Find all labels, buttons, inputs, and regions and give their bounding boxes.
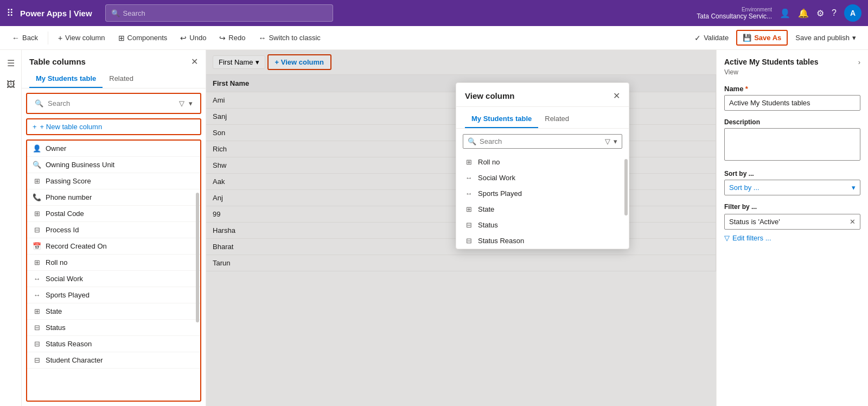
toggle-icon: ↔ [464, 189, 474, 198]
switch-classic-button[interactable]: ↔ Switch to classic [253, 31, 326, 45]
grid-icon: ⊞ [33, 177, 41, 185]
grid-icon: ⊞ [118, 34, 125, 42]
column-roll-no[interactable]: ⊞ Roll no [27, 255, 200, 271]
top-search-input[interactable] [123, 9, 308, 17]
help-icon[interactable]: ? [832, 8, 837, 18]
switch-icon: ↔ [258, 34, 266, 42]
filter-icon[interactable]: ▽ [605, 137, 610, 145]
modal-close-icon[interactable]: ✕ [613, 91, 620, 101]
search-icon: 🔍 [468, 137, 476, 145]
right-panel-title: Active My Students tables [724, 58, 819, 66]
column-process-id[interactable]: ⊟ Process Id [27, 222, 200, 238]
avatar[interactable]: A [844, 4, 861, 22]
modal-item-status[interactable]: ⊟ Status [456, 217, 629, 233]
redo-button[interactable]: ↪ Redo [214, 31, 251, 45]
close-panel-icon[interactable]: ✕ [191, 56, 198, 67]
main-content: First Name ▾ + View column First Name Am… [206, 50, 716, 406]
column-owning-bu[interactable]: 🔍 Owning Business Unit [27, 157, 200, 173]
environment-block: Environment Tata Consultancy Servic... [697, 7, 772, 20]
column-status[interactable]: ⊟ Status [27, 320, 200, 336]
column-search-input[interactable] [48, 99, 175, 107]
top-nav-right: Environment Tata Consultancy Servic... 👤… [697, 4, 861, 22]
back-button[interactable]: ← Back [7, 31, 43, 45]
filter-icon[interactable]: ▽ [179, 99, 184, 107]
left-icon-bar: ☰ 🖼 [0, 50, 22, 406]
modal-item-statusreason[interactable]: ⊟ Status Reason [456, 233, 629, 249]
modal-overlay: View column ✕ My Students table Related … [206, 50, 716, 406]
back-icon: ← [12, 34, 20, 42]
description-label: Description [724, 118, 860, 126]
add-icon: + [33, 123, 37, 131]
modal-tab-mystudents[interactable]: My Students table [465, 111, 538, 128]
add-icon: + [58, 34, 62, 42]
sort-dropdown[interactable]: Sort by ... ▾ [724, 180, 860, 195]
grid-icon: ⊞ [33, 258, 41, 267]
filter-chip: Status is 'Active' ✕ [724, 214, 860, 230]
description-textarea[interactable] [724, 128, 860, 161]
chevron-down-icon: ▾ [852, 34, 856, 42]
image-icon[interactable]: 🖼 [2, 76, 20, 93]
undo-button[interactable]: ↩ Undo [175, 31, 212, 45]
modal-search-box[interactable]: 🔍 ▽ ▾ [463, 134, 622, 149]
bell-icon[interactable]: 🔔 [798, 8, 809, 18]
modal-search-input[interactable] [480, 137, 602, 145]
right-panel: Active My Students tables › View Name * … [716, 50, 868, 406]
brand-title: Power Apps | View [20, 9, 92, 18]
columns-list: 👤 Owner 🔍 Owning Business Unit ⊞ Passing… [26, 139, 201, 402]
redo-icon: ↪ [219, 34, 226, 42]
edit-filters-link[interactable]: ▽ Edit filters ... [724, 234, 860, 242]
column-sports-played[interactable]: ↔ Sports Played [27, 287, 200, 303]
person-icon: 👤 [33, 144, 41, 153]
column-search-box[interactable]: 🔍 ▽ ▾ [26, 93, 201, 114]
box-icon: ⊟ [33, 323, 41, 332]
apps-icon[interactable]: ⠿ [7, 7, 14, 19]
tab-my-students[interactable]: My Students table [29, 71, 103, 88]
filter-label: Filter by ... [724, 203, 860, 211]
column-owner[interactable]: 👤 Owner [27, 141, 200, 157]
top-search-bar[interactable]: 🔍 [105, 4, 333, 22]
top-nav: ⠿ Power Apps | View 🔍 Environment Tata C… [0, 0, 868, 26]
modal-item-sportsplayed[interactable]: ↔ Sports Played [456, 186, 629, 201]
column-record-created[interactable]: 📅 Record Created On [27, 238, 200, 255]
grid-icon: ⊞ [33, 210, 41, 218]
box-icon: ⊟ [464, 237, 474, 245]
grid-icon: ⊞ [464, 205, 474, 213]
new-table-column-button[interactable]: + + New table column [26, 118, 201, 135]
chevron-down-icon[interactable]: ▾ [189, 99, 193, 107]
column-student-char[interactable]: ⊟ Student Character [27, 352, 200, 369]
modal-item-rollno[interactable]: ⊞ Roll no [456, 154, 629, 170]
chevron-down-icon[interactable]: ▾ [614, 137, 617, 145]
tab-related[interactable]: Related [103, 71, 140, 88]
column-social-work[interactable]: ↔ Social Work [27, 271, 200, 287]
modal-list: ⊞ Roll no ↔ Social Work ↔ Sports Played … [456, 154, 629, 249]
modal-item-state[interactable]: ⊞ State [456, 201, 629, 217]
column-postal[interactable]: ⊞ Postal Code [27, 206, 200, 222]
filter-close-icon[interactable]: ✕ [850, 218, 856, 226]
view-column-button[interactable]: + View column [53, 31, 111, 45]
toolbar-right: ✓ Validate 💾 Save As Save and publish ▾ [689, 30, 861, 46]
modal-item-socialwork[interactable]: ↔ Social Work [456, 170, 629, 186]
name-input[interactable] [724, 95, 860, 111]
panel-title: Table columns [29, 57, 86, 66]
gear-icon[interactable]: ⚙ [816, 8, 824, 18]
box-icon: ⊟ [33, 356, 41, 364]
hamburger-icon[interactable]: ☰ [2, 54, 20, 72]
modal-scrollbar[interactable] [624, 159, 628, 215]
save-as-button[interactable]: 💾 Save As [736, 30, 788, 46]
column-passing-score[interactable]: ⊞ Passing Score [27, 173, 200, 189]
filter-icon: ▽ [724, 234, 730, 242]
components-button[interactable]: ⊞ Components [113, 31, 173, 45]
right-panel-header: Active My Students tables › [724, 58, 860, 66]
save-publish-button[interactable]: Save and publish ▾ [790, 31, 861, 45]
phone-icon: 📞 [33, 193, 41, 201]
right-panel-subtitle: View [724, 68, 860, 76]
scrollbar[interactable] [196, 193, 199, 323]
validate-button[interactable]: ✓ Validate [689, 31, 734, 45]
panel-header: Table columns ✕ [22, 50, 206, 71]
chevron-right-icon[interactable]: › [858, 58, 860, 66]
column-state[interactable]: ⊞ State [27, 303, 200, 320]
column-phone[interactable]: 📞 Phone number [27, 189, 200, 206]
column-status-reason[interactable]: ⊟ Status Reason [27, 336, 200, 352]
person-icon[interactable]: 👤 [780, 8, 790, 18]
modal-tab-related[interactable]: Related [538, 111, 576, 128]
